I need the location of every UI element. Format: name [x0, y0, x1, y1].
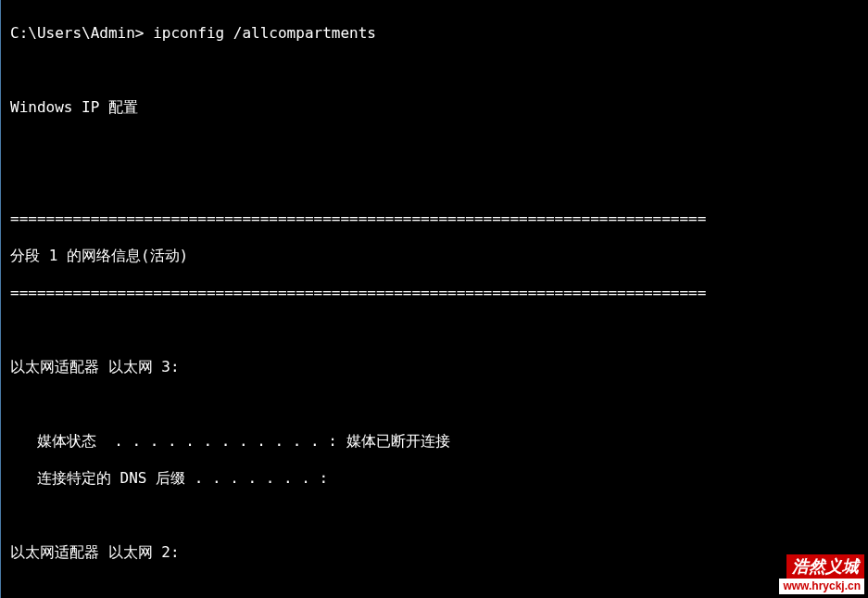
terminal-output[interactable]: C:\Users\Admin> ipconfig /allcompartment…	[1, 0, 868, 598]
blank-line	[10, 61, 859, 80]
prompt: C:\Users\Admin>	[10, 24, 153, 42]
prompt-line: C:\Users\Admin> ipconfig /allcompartment…	[10, 24, 859, 43]
blank-line	[10, 506, 859, 525]
adapter-title: 以太网适配器 以太网 2:	[10, 543, 859, 562]
divider-line: ========================================…	[10, 284, 859, 302]
compartment-title: 分段 1 的网络信息(活动)	[10, 247, 859, 265]
blank-line	[10, 395, 859, 414]
watermark-logo: 浩然义城	[786, 554, 864, 579]
adapter-property: 连接特定的 DNS 后缀 . . . . . . . :	[10, 469, 859, 488]
divider-line: ========================================…	[10, 210, 859, 228]
watermark-url: www.hryckj.cn	[779, 579, 864, 594]
blank-line	[10, 172, 859, 191]
blank-line	[10, 580, 859, 598]
adapter-property: 媒体状态 . . . . . . . . . . . . : 媒体已断开连接	[10, 432, 859, 451]
blank-line	[10, 321, 859, 339]
command: ipconfig /allcompartments	[153, 24, 376, 42]
ip-config-header: Windows IP 配置	[10, 98, 859, 117]
adapter-title: 以太网适配器 以太网 3:	[10, 358, 859, 376]
blank-line	[10, 135, 859, 154]
watermark: 浩然义城 www.hryckj.cn	[779, 554, 864, 595]
